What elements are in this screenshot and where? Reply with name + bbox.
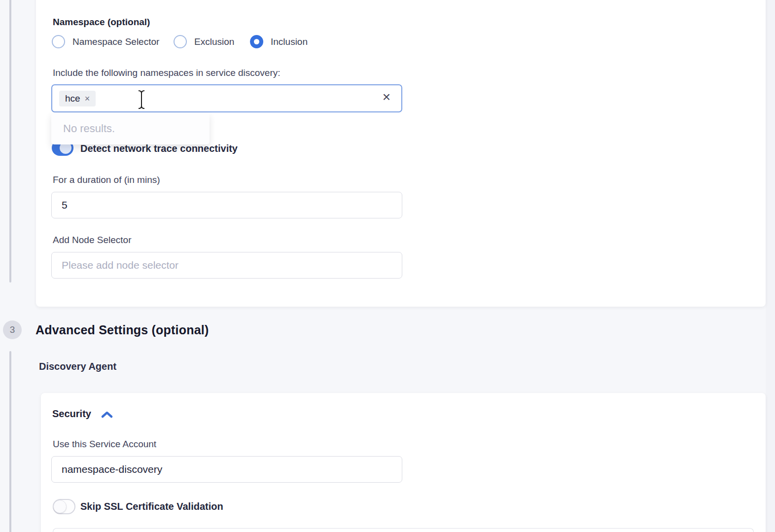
chevron-up-icon[interactable] <box>101 411 113 419</box>
step-number-badge: 3 <box>3 320 22 339</box>
service-account-label: Use this Service Account <box>53 439 156 450</box>
namespace-suggestions-dropdown: No results. <box>51 113 210 144</box>
text-cursor-icon <box>137 90 146 109</box>
radio-namespace-selector-label[interactable]: Namespace Selector <box>72 36 159 47</box>
node-selector-label: Add Node Selector <box>53 235 132 246</box>
clear-all-icon[interactable]: × <box>383 90 390 104</box>
skip-ssl-label: Skip SSL Certificate Validation <box>80 501 223 512</box>
radio-exclusion-label[interactable]: Exclusion <box>194 36 234 47</box>
toggle-knob <box>53 500 67 513</box>
next-field-partial <box>53 528 754 532</box>
no-results-message: No results. <box>63 122 115 135</box>
radio-namespace-selector[interactable] <box>52 35 65 48</box>
radio-exclusion[interactable] <box>174 35 187 48</box>
stepper-rail-top <box>9 0 11 283</box>
namespace-optional-label: Namespace (optional) <box>53 17 150 28</box>
radio-inclusion-label[interactable]: Inclusion <box>271 36 308 47</box>
node-selector-input[interactable] <box>51 252 402 279</box>
network-trace-label: Detect network trace connectivity <box>80 143 238 154</box>
remove-tag-icon[interactable]: × <box>85 94 90 103</box>
tag-chip: hce × <box>59 91 96 106</box>
right-panel-gutter <box>766 0 775 532</box>
discovery-agent-subtitle: Discovery Agent <box>39 361 116 372</box>
stepper-rail-bottom <box>9 351 11 532</box>
security-section-header[interactable]: Security <box>52 408 91 420</box>
include-namespaces-label: Include the following namespaces in serv… <box>53 68 281 78</box>
skip-ssl-toggle[interactable] <box>53 499 75 514</box>
radio-inclusion[interactable] <box>250 35 263 48</box>
duration-input[interactable] <box>51 192 402 218</box>
tag-chip-label: hce <box>65 93 80 104</box>
namespace-multiselect-input[interactable]: hce × × <box>51 84 402 112</box>
service-account-input[interactable] <box>51 456 402 483</box>
advanced-settings-title: Advanced Settings (optional) <box>35 323 209 337</box>
duration-label: For a duration of (in mins) <box>53 175 160 185</box>
